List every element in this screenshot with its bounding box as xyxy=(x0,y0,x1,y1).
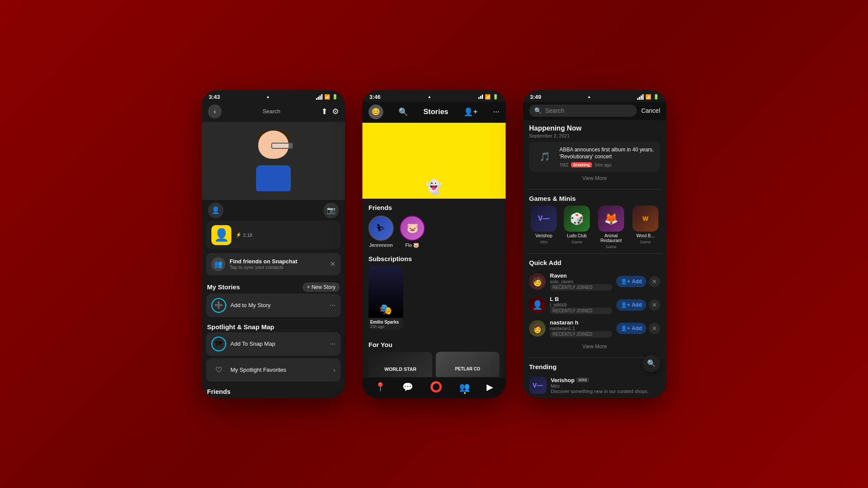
sub-thumb-1: 🎭 xyxy=(368,266,403,318)
battery-icon-3: 🔋 xyxy=(653,94,659,100)
news-item-1[interactable]: 🎵 ABBA announces first album in 40 years… xyxy=(529,142,660,172)
divider-3 xyxy=(527,357,662,358)
game-item-word[interactable]: W Word B... Game xyxy=(631,206,660,249)
add-to-snap-map-item[interactable]: 🗺 Add To Snap Map ··· xyxy=(206,332,341,356)
nastaran-name: nastaran h xyxy=(550,319,612,326)
trending-verishop-logo: V— xyxy=(533,382,542,389)
add-lb-button[interactable]: 👤+ Add xyxy=(616,299,646,311)
my-stories-title: My Stories xyxy=(207,283,240,291)
add-icon-3: 👤+ xyxy=(621,325,630,331)
snap-score-icon[interactable]: 👤 xyxy=(208,203,224,218)
new-story-button[interactable]: + New Story xyxy=(302,282,340,292)
add-label: Add xyxy=(632,278,642,285)
snap-score: 2,18 xyxy=(243,233,252,238)
quick-add-section: Quick Add 🧑 Raven solo_raven RECENTLY JO… xyxy=(523,255,666,356)
sub-info-1: Emilio Sparks 23h ago xyxy=(368,318,403,330)
subscriptions-section: Subscriptions 🎭 Emilio Sparks 23h ago xyxy=(362,251,506,332)
bitmoji-body xyxy=(256,165,291,191)
friend-bubble-2[interactable]: 🐷 Flo 🐷 xyxy=(400,216,425,248)
friends-stories-section: Friends ⛷ Jennnnnnn 🐷 Flo 🐷 xyxy=(362,199,506,251)
games-section: Games & Minis V— Verishop Mini 🎲 xyxy=(523,191,666,252)
friend-avatar-1: ⛷ xyxy=(368,216,394,241)
status-bar-2: 3:46 ▲ 📶 🔋 xyxy=(362,90,506,102)
status-icons-2: 📶 🔋 xyxy=(478,94,499,100)
cancel-button[interactable]: Cancel xyxy=(641,107,660,114)
find-friends-icon: 👥 xyxy=(211,257,225,271)
wifi-icon-2: 📶 xyxy=(485,94,491,100)
status-bar-1: 3:43 ▲ 📶 🔋 xyxy=(202,90,345,102)
dismiss-raven-button[interactable]: ✕ xyxy=(649,276,660,287)
quick-add-view-more[interactable]: View More xyxy=(529,340,660,353)
close-icon[interactable]: ✕ xyxy=(330,260,335,268)
location-indicator-3: ▲ xyxy=(587,95,591,99)
lb-name: L B xyxy=(550,296,612,302)
search-placeholder: Search xyxy=(545,107,564,114)
chat-nav-icon[interactable]: 💬 xyxy=(402,382,413,392)
trending-title: Trending xyxy=(529,363,660,370)
mini-badge: MINI xyxy=(576,377,589,383)
verishop-logo: V— xyxy=(538,215,550,223)
back-button[interactable]: ‹ xyxy=(208,105,222,118)
search-bar[interactable]: 🔍 Search xyxy=(529,105,637,117)
new-story-label: + New Story xyxy=(307,284,335,290)
story-options-icon[interactable]: ··· xyxy=(330,301,335,309)
divider-1 xyxy=(527,189,662,190)
ludo-name: Ludo Club xyxy=(567,233,587,238)
animal-name: Animal Restaurant xyxy=(595,233,627,243)
game-item-verishop[interactable]: V— Verishop Mini xyxy=(529,206,559,249)
phone1-header: ‹ Search ⬆ ⚙ xyxy=(202,102,345,122)
happening-view-more[interactable]: View More xyxy=(529,172,660,185)
location-indicator-1: ▲ xyxy=(266,95,270,99)
add-label-2: Add xyxy=(632,302,642,308)
friends-nav-icon[interactable]: 👥 xyxy=(459,382,470,392)
search-icon-3: 🔍 xyxy=(534,107,542,114)
camera-nav-icon[interactable]: ⭕ xyxy=(430,381,443,393)
find-friends-banner[interactable]: 👥 Find friends on Snapchat Tap to sync y… xyxy=(206,253,341,275)
trending-verishop[interactable]: V— Verishop MINI Mini Discover something… xyxy=(529,374,660,396)
friend-bubble-1[interactable]: ⛷ Jennnnnnn xyxy=(368,216,394,248)
verishop-type: Mini xyxy=(540,240,548,244)
scene: 3:43 ▲ 📶 🔋 ‹ Search xyxy=(0,0,868,488)
camera-roll-icon[interactable]: 📷 xyxy=(323,203,339,218)
add-to-my-story-item[interactable]: ➕ Add to My Story ··· xyxy=(206,294,341,317)
search-fab[interactable]: 🔍 xyxy=(643,355,660,372)
add-friend-icon[interactable]: 👤+ xyxy=(464,107,478,117)
header-title-1: Search xyxy=(263,108,280,115)
profile-card: 👤 ⚡ 2,18 xyxy=(206,221,341,249)
heart-icon: ♡ xyxy=(211,363,226,377)
friends-row: ⛷ Jennnnnnn 🐷 Flo 🐷 xyxy=(368,216,500,248)
map-nav-icon[interactable]: 📍 xyxy=(375,382,386,392)
lb-icon: 👤 xyxy=(532,300,543,310)
game-item-animal[interactable]: 🦊 Animal Restaurant Game xyxy=(595,206,627,249)
divider-2 xyxy=(527,253,662,254)
dismiss-nastaran-button[interactable]: ✕ xyxy=(649,323,660,334)
phone-profile: 3:43 ▲ 📶 🔋 ‹ Search xyxy=(202,90,345,398)
breaking-badge: Breaking xyxy=(571,162,592,167)
spotlight-nav-icon[interactable]: ▶ xyxy=(487,382,493,392)
share-button[interactable]: ⬆ xyxy=(321,107,328,116)
lb-badge: RECENTLY JOINED xyxy=(550,308,612,314)
nastaran-info: nastaran h nastaran1.1 RECENTLY JOINED xyxy=(550,319,612,337)
animal-icon: 🦊 xyxy=(598,206,624,232)
friend-name-2: Flo 🐷 xyxy=(405,242,419,248)
subscription-item-1[interactable]: 🎭 Emilio Sparks 23h ago xyxy=(368,266,403,330)
settings-button[interactable]: ⚙ xyxy=(332,107,339,116)
dismiss-lb-button[interactable]: ✕ xyxy=(649,299,660,311)
friends-section-title: Friends xyxy=(368,204,500,211)
more-options-icon[interactable]: ··· xyxy=(493,107,500,116)
phone-search: 3:49 ▲ 📶 🔋 🔍 xyxy=(523,90,666,398)
add-nastaran-button[interactable]: 👤+ Add xyxy=(616,323,646,334)
spotlight-favorites-item[interactable]: ♡ My Spotlight Favorites › xyxy=(206,358,341,382)
happening-now-title: Happening Now xyxy=(529,124,660,132)
game-item-ludo[interactable]: 🎲 Ludo Club Game xyxy=(562,206,592,249)
avatar-emoji: 😊 xyxy=(372,108,380,116)
add-raven-button[interactable]: 👤+ Add xyxy=(616,276,646,287)
signal-bars-2 xyxy=(478,95,483,99)
snap-map-options-icon[interactable]: ··· xyxy=(330,340,335,348)
user-avatar-2[interactable]: 😊 xyxy=(368,105,383,119)
signal-bars-3 xyxy=(637,94,644,100)
profile-score-info: ⚡ 2,18 xyxy=(236,232,335,238)
find-friends-title: Find friends on Snapchat xyxy=(230,258,297,265)
sub-time-1: 23h ago xyxy=(370,324,401,329)
search-icon-2[interactable]: 🔍 xyxy=(398,107,408,117)
